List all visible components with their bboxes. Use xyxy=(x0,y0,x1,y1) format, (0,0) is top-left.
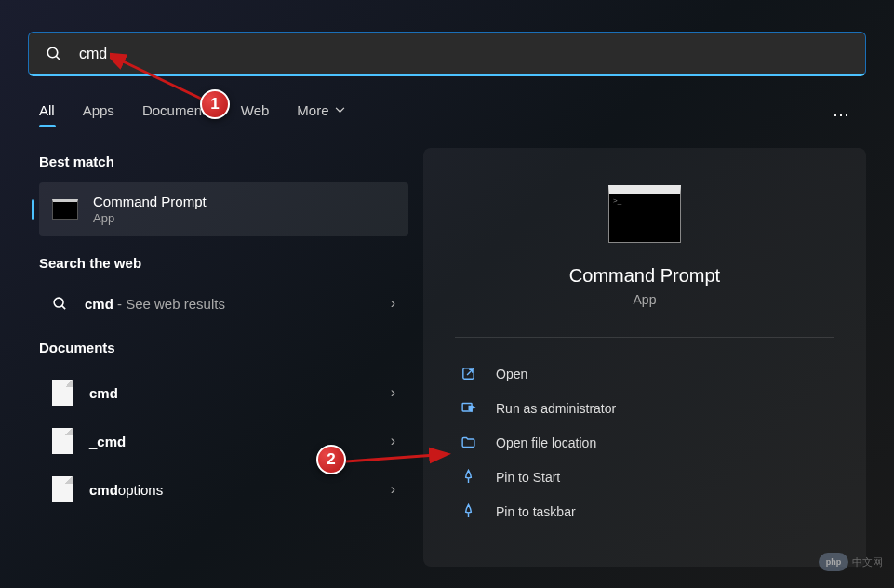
tab-apps[interactable]: Apps xyxy=(83,102,114,126)
pin-icon xyxy=(459,469,477,485)
action-label: Pin to Start xyxy=(496,470,560,485)
action-run-admin[interactable]: Run as administrator xyxy=(442,391,847,425)
document-icon xyxy=(52,428,73,454)
search-box[interactable] xyxy=(28,32,866,76)
chevron-right-icon: › xyxy=(391,384,395,401)
annotation-badge-1: 1 xyxy=(200,89,230,119)
chevron-right-icon: › xyxy=(391,433,395,449)
chevron-right-icon: › xyxy=(391,481,395,498)
result-title: Command Prompt xyxy=(93,194,395,209)
action-label: Open xyxy=(496,367,527,381)
watermark: php 中文网 xyxy=(819,553,883,571)
search-icon xyxy=(46,46,62,62)
tab-more-label: More xyxy=(297,102,328,118)
svg-point-2 xyxy=(54,298,63,307)
search-web-header: Search the web xyxy=(39,255,408,271)
search-input[interactable] xyxy=(79,46,848,62)
web-result-text: cmd - See web results xyxy=(85,296,391,312)
svg-line-3 xyxy=(62,305,66,309)
document-icon xyxy=(52,476,73,502)
action-label: Run as administrator xyxy=(496,401,616,416)
search-icon xyxy=(52,296,68,312)
chevron-right-icon: › xyxy=(391,295,395,312)
document-icon xyxy=(52,380,73,406)
document-result[interactable]: _cmd › xyxy=(39,417,408,465)
filter-tabs: All Apps Documents Web More ⋯ xyxy=(39,102,866,126)
document-result[interactable]: cmd › xyxy=(39,368,408,417)
overflow-menu-button[interactable]: ⋯ xyxy=(833,104,866,125)
watermark-text: 中文网 xyxy=(852,555,883,569)
command-prompt-large-icon xyxy=(608,185,681,243)
tab-all[interactable]: All xyxy=(39,102,55,126)
action-pin-start[interactable]: Pin to Start xyxy=(442,460,847,494)
search-bar xyxy=(28,32,866,76)
action-label: Open file location xyxy=(496,435,596,450)
pin-icon xyxy=(459,503,477,519)
tab-web[interactable]: Web xyxy=(241,102,270,126)
best-match-result[interactable]: Command Prompt App xyxy=(39,182,408,236)
document-name: cmdoptions xyxy=(89,482,391,498)
divider xyxy=(455,337,834,338)
tab-more[interactable]: More xyxy=(297,102,344,126)
svg-line-1 xyxy=(56,56,60,60)
web-search-result[interactable]: cmd - See web results › xyxy=(39,284,408,323)
annotation-badge-2: 2 xyxy=(316,445,346,474)
preview-panel: Command Prompt App Open Run as administr… xyxy=(423,148,866,567)
preview-title: Command Prompt xyxy=(442,265,847,287)
shield-admin-icon xyxy=(459,400,477,416)
svg-point-0 xyxy=(47,47,58,58)
results-column: Best match Command Prompt App Search the… xyxy=(39,148,408,567)
document-name: _cmd xyxy=(89,434,391,449)
preview-icon-container xyxy=(442,185,847,243)
result-subtitle: App xyxy=(93,211,395,225)
action-open[interactable]: Open xyxy=(442,356,847,391)
chevron-down-icon xyxy=(335,107,345,114)
document-result[interactable]: cmdoptions › xyxy=(39,465,408,514)
preview-subtitle: App xyxy=(442,292,847,307)
open-icon xyxy=(459,366,477,381)
documents-header: Documents xyxy=(39,340,408,355)
document-name: cmd xyxy=(89,385,391,401)
action-pin-taskbar[interactable]: Pin to taskbar xyxy=(442,494,847,528)
best-match-header: Best match xyxy=(39,154,408,169)
action-label: Pin to taskbar xyxy=(496,504,576,519)
command-prompt-icon xyxy=(52,199,78,220)
watermark-logo: php xyxy=(819,553,848,571)
action-open-location[interactable]: Open file location xyxy=(442,425,847,460)
folder-icon xyxy=(459,434,477,450)
